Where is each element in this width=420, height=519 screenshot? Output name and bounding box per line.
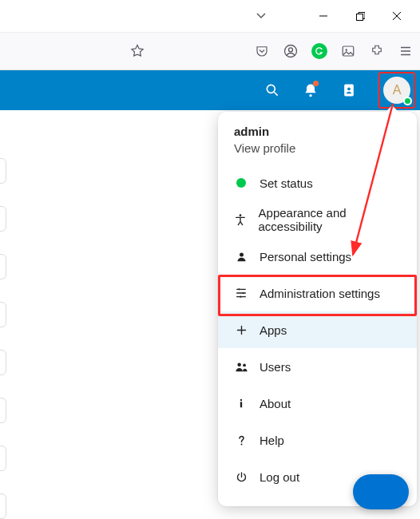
window-maximize-button[interactable] [342, 0, 378, 32]
svg-point-15 [243, 363, 246, 366]
info-icon [234, 398, 248, 409]
search-icon[interactable] [263, 81, 281, 99]
svg-point-12 [243, 292, 244, 294]
user-menu-header[interactable]: admin View profile [218, 123, 417, 164]
help-icon [234, 434, 248, 446]
menu-item-label: Users [260, 360, 291, 374]
window-titlebar [0, 0, 420, 32]
user-menu: admin View profile Set status Appearance… [218, 112, 417, 506]
menu-username: admin [234, 125, 401, 138]
svg-point-14 [237, 363, 241, 366]
svg-point-16 [240, 399, 242, 401]
window-close-button[interactable] [378, 0, 415, 32]
menu-item-apps[interactable]: Apps [218, 311, 417, 348]
svg-point-8 [347, 87, 351, 90]
menu-item-help[interactable]: Help [218, 422, 417, 458]
account-icon[interactable] [283, 43, 299, 59]
svg-point-11 [238, 288, 240, 290]
menu-item-label: About [260, 397, 291, 410]
svg-point-2 [289, 48, 293, 52]
avatar-highlight: A [378, 72, 415, 109]
view-profile-link[interactable]: View profile [234, 141, 401, 155]
menu-item-label: Appearance and accessibility [259, 206, 401, 233]
svg-point-5 [267, 85, 275, 93]
svg-point-13 [240, 296, 241, 298]
svg-rect-3 [343, 46, 354, 56]
user-avatar[interactable]: A [383, 77, 410, 104]
menu-item-personal-settings[interactable]: Personal settings [218, 238, 417, 275]
menu-item-about[interactable]: About [218, 385, 417, 422]
status-dot-icon [234, 178, 248, 188]
pocket-icon[interactable] [254, 43, 270, 59]
image-icon[interactable] [340, 43, 356, 59]
menu-item-label: Log out [260, 470, 299, 484]
plus-icon [234, 324, 248, 336]
browser-toolbar [0, 32, 420, 70]
menu-item-appearance[interactable]: Appearance and accessibility [218, 201, 417, 238]
svg-rect-17 [240, 402, 242, 407]
svg-rect-0 [356, 14, 363, 20]
menu-item-label: Help [260, 434, 284, 447]
menu-item-set-status[interactable]: Set status [218, 164, 417, 201]
hamburger-menu-icon[interactable] [398, 43, 414, 59]
menu-item-administration-settings[interactable]: Administration settings [218, 275, 417, 311]
notification-dot-icon [313, 81, 319, 86]
menu-item-label: Apps [260, 323, 287, 337]
svg-point-6 [309, 94, 311, 97]
extensions-icon[interactable] [369, 43, 385, 59]
notifications-icon[interactable] [302, 81, 319, 99]
svg-point-9 [240, 214, 242, 216]
floating-action-button[interactable] [353, 474, 409, 509]
online-status-dot-icon [403, 97, 412, 105]
svg-point-4 [346, 49, 347, 50]
svg-point-18 [240, 443, 242, 445]
grammarly-icon[interactable] [311, 43, 327, 59]
window-minimize-button[interactable] [305, 0, 342, 32]
menu-item-label: Administration settings [260, 287, 380, 300]
app-header: A [0, 70, 420, 110]
accessibility-icon [234, 213, 248, 226]
avatar-initial: A [393, 83, 402, 97]
menu-item-users[interactable]: Users [218, 348, 417, 385]
bookmark-star-icon[interactable] [129, 43, 145, 59]
svg-point-10 [240, 252, 244, 256]
admin-settings-icon [234, 287, 248, 299]
power-icon [234, 471, 248, 483]
users-icon [234, 360, 248, 374]
tabs-overflow-chevron[interactable] [0, 10, 267, 22]
menu-item-label: Personal settings [260, 250, 351, 263]
person-icon [234, 251, 248, 263]
background-list [0, 158, 6, 519]
menu-item-label: Set status [260, 176, 313, 190]
contacts-icon[interactable] [340, 81, 358, 99]
